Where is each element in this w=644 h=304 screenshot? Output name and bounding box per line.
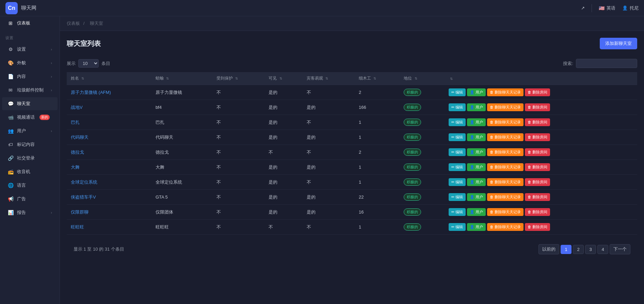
delete-log-button[interactable]: 🗑 删除聊天天记录 [487, 193, 524, 201]
edit-button[interactable]: ✏ 编辑 [449, 148, 466, 156]
add-chatroom-button[interactable]: 添加新聊天室 [600, 38, 637, 49]
delete-room-button[interactable]: 🗑 删除房间 [525, 223, 550, 231]
user-button[interactable]: 👤 用户 [467, 208, 486, 216]
sidebar-item-chatroom[interactable]: 💬 聊天室 [2, 97, 58, 110]
edit-button[interactable]: ✏ 编辑 [449, 208, 466, 216]
entries-select[interactable]: 10 25 50 100 [78, 59, 99, 68]
edit-button[interactable]: ✏ 编辑 [449, 133, 466, 141]
delete-log-button[interactable]: 🗑 删除聊天天记录 [487, 208, 524, 216]
pagination-page-3[interactable]: 3 [585, 245, 596, 254]
room-name-link[interactable]: 侠盗猎车手V [71, 195, 96, 200]
sidebar-item-language[interactable]: 🌐 语言 [2, 179, 58, 192]
room-name-link[interactable]: 旺旺旺 [71, 224, 84, 230]
user-button[interactable]: 👤 用户 [467, 133, 486, 141]
user-button[interactable]: 👤 用户 [467, 223, 486, 231]
edit-button[interactable]: ✏ 编辑 [449, 118, 466, 126]
room-name-link[interactable]: 全球定位系统 [71, 180, 97, 185]
delete-log-button[interactable]: 🗑 删除聊天天记录 [487, 118, 524, 126]
cell-carpentry: 1 [355, 130, 400, 145]
sidebar-item-tagged[interactable]: 🏷 标记内容 [2, 138, 58, 151]
col-slug: 蛞蝓 ⇅ [151, 72, 212, 85]
delete-room-button[interactable]: 🗑 删除房间 [525, 103, 550, 111]
cell-carpentry: 1 [355, 175, 400, 190]
external-link[interactable]: ↗ [581, 5, 585, 11]
edit-button[interactable]: ✏ 编辑 [449, 178, 466, 186]
user-button[interactable]: 👤 用户 [467, 148, 486, 156]
page-title: 聊天室列表 [67, 39, 101, 48]
chevron-right-icon: › [51, 210, 52, 215]
action-buttons: ✏ 编辑 👤 用户 🗑 删除聊天天记录 🗑 删除房间 [449, 88, 633, 96]
delete-log-button[interactable]: 🗑 删除聊天天记录 [487, 163, 524, 171]
sidebar-item-content[interactable]: 📄 内容 › [2, 70, 58, 83]
spam-icon: ✉ [7, 87, 14, 93]
language-selector[interactable]: 🇺🇸 英语 [599, 5, 615, 11]
delete-log-button[interactable]: 🗑 删除聊天天记录 [487, 148, 524, 156]
pagination-prev[interactable]: 以前的 [538, 244, 559, 254]
room-name-link[interactable]: 大舞 [71, 165, 80, 170]
status-badge: 积极的 [404, 164, 421, 171]
sidebar-item-video[interactable]: 📹 视频通话 新的 [2, 111, 58, 124]
delete-room-button[interactable]: 🗑 删除房间 [525, 208, 550, 216]
room-name-link[interactable]: 巴扎 [71, 120, 80, 125]
reports-icon: 📊 [7, 209, 14, 216]
delete-room-button[interactable]: 🗑 删除房间 [525, 178, 550, 186]
delete-log-button[interactable]: 🗑 删除聊天天记录 [487, 103, 524, 111]
breadcrumb-home[interactable]: 仪表板 [67, 21, 80, 26]
table-row: 原子力显微镜 (AFM) 原子力显微镜 不 是的 不 2 积极的 ✏ 编辑 👤 … [67, 85, 637, 100]
edit-button[interactable]: ✏ 编辑 [449, 193, 466, 201]
user-button[interactable]: 👤 用户 [467, 163, 486, 171]
cell-protected: 不 [212, 100, 264, 115]
show-entries: 展示 10 25 50 100 条目 [67, 59, 110, 68]
delete-log-button[interactable]: 🗑 删除聊天天记录 [487, 178, 524, 186]
user-button[interactable]: 👤 用户 [467, 193, 486, 201]
sidebar-item-label: 标记内容 [17, 141, 35, 148]
action-buttons: ✏ 编辑 👤 用户 🗑 删除聊天天记录 🗑 删除房间 [449, 178, 633, 186]
sidebar-item-ads[interactable]: 📢 广告 [2, 192, 58, 205]
delete-log-button[interactable]: 🗑 删除聊天天记录 [487, 223, 524, 231]
delete-room-button[interactable]: 🗑 删除房间 [525, 163, 550, 171]
status-badge: 积极的 [404, 134, 421, 141]
logo: Cn [5, 2, 18, 14]
cell-visible: 不 [264, 220, 302, 235]
delete-room-button[interactable]: 🗑 删除房间 [525, 148, 550, 156]
sidebar-item-spam[interactable]: ✉ 垃圾邮件控制 › [2, 84, 58, 97]
delete-room-button[interactable]: 🗑 删除房间 [525, 118, 550, 126]
show-label: 展示 [67, 61, 76, 67]
user-button[interactable]: 👤 用户 [467, 103, 486, 111]
delete-room-button[interactable]: 🗑 删除房间 [525, 193, 550, 201]
pagination-next[interactable]: 下一个 [610, 244, 630, 254]
search-input[interactable] [576, 59, 637, 68]
edit-button[interactable]: ✏ 编辑 [449, 88, 466, 96]
pagination-page-4[interactable]: 4 [597, 245, 608, 254]
sidebar-item-users[interactable]: 👥 用户 › [2, 124, 58, 137]
sidebar-item-social[interactable]: 🔗 社交登录 [2, 152, 58, 165]
edit-button[interactable]: ✏ 编辑 [449, 223, 466, 231]
cell-visible: 不 [264, 145, 302, 160]
sidebar-item-reports[interactable]: 📊 报告 › [2, 206, 58, 219]
sidebar-item-radio[interactable]: 📻 收音机 [2, 165, 58, 178]
delete-room-button[interactable]: 🗑 删除房间 [525, 133, 550, 141]
room-name-link[interactable]: 原子力显微镜 (AFM) [71, 90, 111, 95]
settings-icon: ⚙ [7, 46, 14, 52]
delete-room-button[interactable]: 🗑 删除房间 [525, 88, 550, 96]
room-name-link[interactable]: 仅限群聊 [71, 209, 88, 215]
user-menu[interactable]: 👤 托尼 [622, 5, 639, 11]
room-name-link[interactable]: 德拉戈 [71, 150, 84, 155]
delete-log-button[interactable]: 🗑 删除聊天天记录 [487, 133, 524, 141]
sidebar-item-settings[interactable]: ⚙ 设置 › [2, 43, 58, 56]
pagination-page-1[interactable]: 1 [561, 245, 571, 254]
user-button[interactable]: 👤 用户 [467, 118, 486, 126]
room-name-link[interactable]: 代码聊天 [71, 135, 88, 140]
sidebar-item-dashboard[interactable]: ⊞ 仪表板 [2, 17, 58, 30]
pagination-page-2[interactable]: 2 [573, 245, 584, 254]
action-buttons: ✏ 编辑 👤 用户 🗑 删除聊天天记录 🗑 删除房间 [449, 223, 633, 231]
edit-button[interactable]: ✏ 编辑 [449, 103, 466, 111]
sidebar-item-appearance[interactable]: 🎨 外貌 › [2, 56, 58, 69]
delete-log-button[interactable]: 🗑 删除聊天天记录 [487, 88, 524, 96]
cell-guest-view: 不 [303, 85, 355, 100]
user-button[interactable]: 👤 用户 [467, 178, 486, 186]
cell-visible: 是的 [264, 85, 302, 100]
room-name-link[interactable]: 战地V [71, 105, 83, 110]
user-button[interactable]: 👤 用户 [467, 88, 486, 96]
edit-button[interactable]: ✏ 编辑 [449, 163, 466, 171]
